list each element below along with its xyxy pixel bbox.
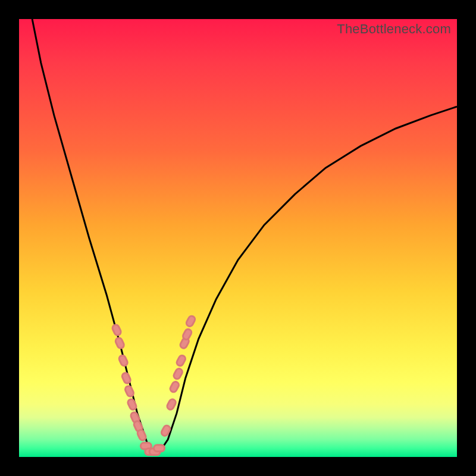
- curve-marker: [118, 355, 129, 367]
- curve-marker: [121, 372, 132, 384]
- curve-marker: [169, 381, 180, 393]
- curve-marker: [136, 429, 147, 441]
- curve-marker: [154, 445, 165, 452]
- curve-marker: [124, 385, 135, 397]
- bottleneck-chart: [19, 19, 457, 457]
- curve-marker: [111, 324, 122, 336]
- curve-marker: [127, 398, 137, 411]
- bottleneck-curve-line: [32, 19, 457, 453]
- curve-marker: [182, 328, 193, 340]
- outer-frame: TheBottleneck.com: [0, 0, 476, 476]
- curve-marker: [176, 355, 186, 367]
- curve-marker: [115, 337, 126, 349]
- curve-marker: [173, 368, 183, 380]
- curve-marker: [166, 398, 177, 411]
- plot-area: TheBottleneck.com: [19, 19, 457, 457]
- curve-marker: [185, 315, 196, 327]
